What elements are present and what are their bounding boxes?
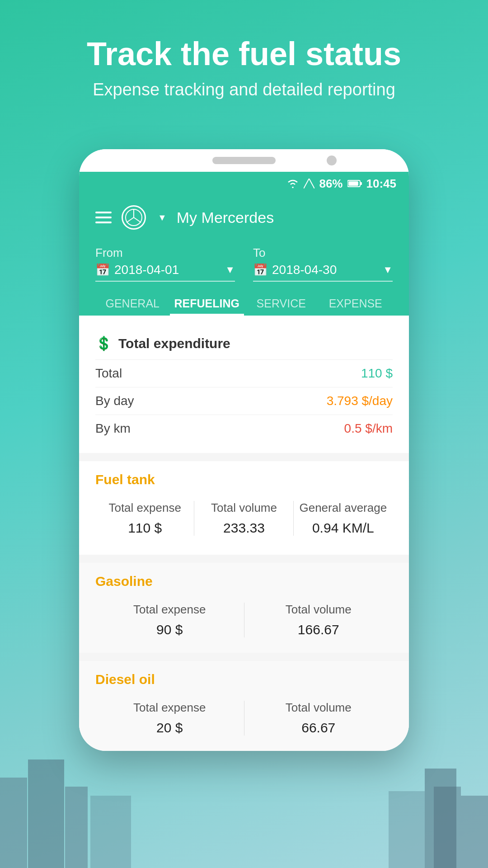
hamburger-line-1 [95,212,112,213]
svg-line-9 [304,179,309,189]
app-content: 💲 Total expenditure Total 110 $ By day 3… [79,325,409,751]
svg-rect-1 [28,760,64,868]
by-km-value: 0.5 $/km [344,421,393,436]
phone-camera [327,156,337,165]
to-label: To [253,246,393,260]
fuel-tank-title: Fuel tank [95,472,393,487]
by-day-row: By day 3.793 $/day [95,387,393,415]
from-date-picker[interactable]: 📅 2018-04-01 ▼ [95,263,235,282]
expenditure-icon: 💲 [95,335,112,351]
by-day-value: 3.793 $/day [327,394,393,408]
svg-rect-7 [389,791,425,868]
hero-subtitle: Expense tracking and detailed reporting [87,80,401,99]
diesel-volume-value: 66.67 [301,720,335,736]
svg-rect-11 [360,182,362,185]
svg-rect-4 [425,769,456,868]
status-icons: 86% 10:45 [286,177,396,191]
svg-line-8 [309,179,314,189]
signal-icon [304,179,314,189]
diesel-stats: Total expense 20 $ Total volume 66.67 [95,696,393,740]
date-filter: From 📅 2018-04-01 ▼ To 📅 2018-04-30 ▼ [95,239,393,282]
diesel-expense-value: 20 $ [156,720,183,736]
svg-rect-6 [90,796,131,868]
fuel-total-expense: Total expense 110 $ [95,501,194,536]
gasoline-card: Gasoline Total expense 90 $ Total volume… [79,563,409,653]
svg-rect-12 [348,181,358,186]
diesel-total-volume: Total volume 66.67 [244,701,393,736]
hero-title: Track the fuel status [87,36,401,72]
total-expenditure-header: 💲 Total expenditure [95,335,393,351]
svg-rect-2 [65,787,88,868]
gasoline-total-volume: Total volume 166.67 [244,603,393,637]
status-bar: 86% 10:45 [79,172,409,195]
to-calendar-icon: 📅 [253,263,267,277]
to-date-group: To 📅 2018-04-30 ▼ [253,246,393,282]
tab-service[interactable]: SERVICE [244,290,319,316]
fuel-total-volume: Total volume 233.33 [194,501,293,536]
to-date-value: 2018-04-30 [272,263,337,277]
mercedes-logo-svg [125,208,143,226]
total-label: Total [95,366,122,381]
hamburger-menu-button[interactable] [95,212,112,223]
clock: 10:45 [366,177,397,191]
phone-speaker [212,157,276,164]
svg-line-16 [134,217,141,222]
svg-rect-0 [0,778,27,868]
gasoline-expense-header: Total expense [133,603,206,617]
phone-notch [79,149,409,172]
total-row: Total 110 $ [95,359,393,387]
gasoline-total-expense: Total expense 90 $ [95,603,244,637]
car-logo [122,205,146,230]
phone-mockup: 86% 10:45 [79,149,409,751]
by-km-row: By km 0.5 $/km [95,415,393,442]
diesel-total-expense: Total expense 20 $ [95,701,244,736]
tab-general[interactable]: GENERAL [95,290,170,316]
gasoline-title: Gasoline [95,574,393,589]
total-value: 110 $ [361,366,393,381]
total-expenditure-title: Total expenditure [118,336,230,351]
wifi-icon [286,179,299,189]
gasoline-expense-value: 90 $ [156,622,183,637]
app-toolbar: ▼ My Mercerdes [95,205,393,239]
from-label: From [95,246,235,260]
fuel-total-expense-header: Total expense [108,501,181,515]
tab-expense[interactable]: EXPENSE [319,290,393,316]
diesel-title: Diesel oil [95,672,393,687]
hero-section: Track the fuel status Expense tracking a… [87,36,401,99]
to-dropdown-arrow: ▼ [383,264,393,276]
svg-rect-5 [461,796,488,868]
fuel-tank-stats: Total expense 110 $ Total volume 233.33 … [95,496,393,544]
tabs: GENERAL REFUELING SERVICE EXPENSE [95,290,393,316]
fuel-general-average-value: 0.94 KM/L [312,520,374,536]
fuel-general-average-header: General average [299,501,387,515]
fuel-total-volume-header: Total volume [211,501,277,515]
fuel-tank-card: Fuel tank Total expense 110 $ Total volu… [79,461,409,555]
diesel-expense-header: Total expense [133,701,206,715]
from-calendar-icon: 📅 [95,263,110,277]
fuel-total-volume-value: 233.33 [223,520,265,536]
from-date-group: From 📅 2018-04-01 ▼ [95,246,235,282]
app-header: ▼ My Mercerdes From 📅 2018-04-01 ▼ To 📅 … [79,195,409,316]
from-date-value: 2018-04-01 [114,263,179,277]
gasoline-volume-value: 166.67 [298,622,339,637]
hamburger-line-3 [95,222,112,223]
total-expenditure-card: 💲 Total expenditure Total 110 $ By day 3… [79,325,409,453]
by-km-label: By km [95,421,131,436]
from-dropdown-arrow: ▼ [225,264,235,276]
tab-refueling[interactable]: REFUELING [170,290,244,316]
gasoline-volume-header: Total volume [286,603,352,617]
fuel-general-average: General average 0.94 KM/L [294,501,393,536]
hamburger-line-2 [95,217,112,218]
diesel-card: Diesel oil Total expense 20 $ Total volu… [79,661,409,751]
to-date-picker[interactable]: 📅 2018-04-30 ▼ [253,263,393,282]
gasoline-stats: Total expense 90 $ Total volume 166.67 [95,598,393,642]
car-name: My Mercerdes [177,209,274,226]
fuel-total-expense-value: 110 $ [128,520,162,536]
battery-icon [347,179,362,188]
svg-line-15 [127,217,134,222]
battery-percentage: 86% [319,177,343,191]
by-day-label: By day [95,394,134,408]
diesel-volume-header: Total volume [286,701,352,715]
car-dropdown-arrow[interactable]: ▼ [158,212,167,223]
